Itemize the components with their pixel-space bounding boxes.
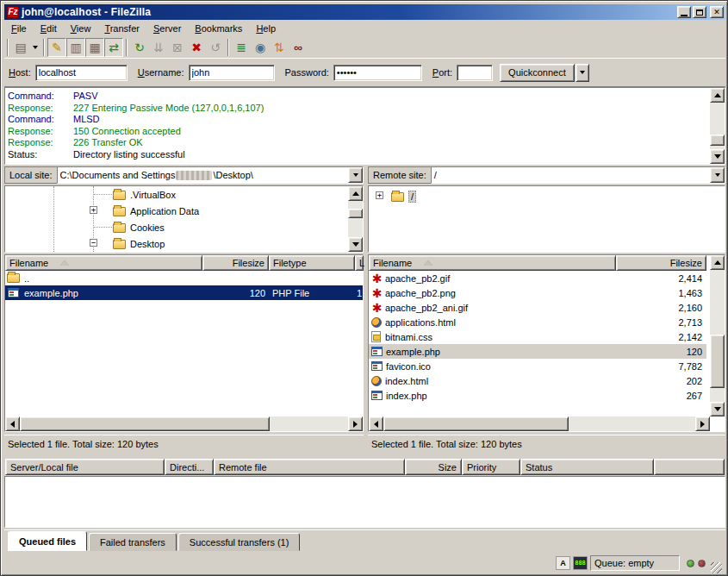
remote-site-label: Remote site: (368, 166, 431, 184)
log-scrollbar[interactable] (710, 88, 725, 164)
filter-button[interactable]: ≣ (232, 38, 251, 57)
message-log: Command:PASV Response:227 Entering Passi… (4, 87, 725, 165)
column-header-last-modified[interactable]: L (355, 255, 364, 271)
resize-grip[interactable] (711, 562, 722, 573)
file-row[interactable]: index.php 267 (369, 388, 706, 403)
find-button[interactable]: ∞ (289, 38, 308, 57)
file-row-example-php[interactable]: example.php 120 PHP File 1 (5, 285, 363, 300)
local-file-list: Filename Filesize Filetype L .. example.… (4, 254, 364, 432)
menu-bookmarks[interactable]: Bookmarks (188, 22, 249, 35)
column-header-empty[interactable] (654, 459, 725, 475)
site-manager-button[interactable]: ▤ (11, 38, 30, 57)
username-input[interactable] (189, 65, 275, 81)
queue-header: Server/Local file Directi... Remote file… (4, 458, 725, 476)
sync-browsing-button[interactable]: ⇅ (270, 38, 289, 57)
local-list-hscrollbar[interactable] (5, 416, 363, 431)
host-input[interactable] (35, 65, 128, 81)
cancel-operation-button[interactable]: ⊠ (168, 38, 187, 57)
compare-button[interactable]: ◉ (251, 38, 270, 57)
menu-edit[interactable]: Edit (34, 22, 64, 35)
column-header-priority[interactable]: Priority (462, 459, 520, 475)
column-header-filename[interactable]: Filename (369, 255, 616, 271)
scroll-left-button[interactable] (369, 416, 383, 431)
column-header-filetype[interactable]: Filetype (269, 255, 355, 271)
menu-transfer[interactable]: Transfer (97, 22, 146, 35)
scroll-right-button[interactable] (695, 416, 710, 431)
tab-queued-files[interactable]: Queued files (8, 531, 87, 551)
toggle-queue-button[interactable]: ⇄ (104, 38, 123, 57)
tab-failed-transfers[interactable]: Failed transfers (89, 533, 177, 551)
column-header-server-local-file[interactable]: Server/Local file (5, 459, 165, 475)
menu-help[interactable]: Help (249, 22, 283, 35)
local-tree-toggle-icon: ▥ (70, 41, 81, 54)
tree-item-desktop[interactable]: − Desktop (5, 235, 334, 252)
scrollbar-thumb[interactable] (348, 209, 363, 218)
toggle-local-tree-button[interactable]: ▥ (66, 38, 85, 57)
toggle-remote-tree-button[interactable]: ▦ (85, 38, 104, 57)
scroll-down-button[interactable] (710, 402, 725, 416)
scroll-down-button[interactable] (710, 149, 725, 164)
scrollbar-thumb[interactable] (20, 416, 270, 431)
remote-site-combobox[interactable]: / (431, 166, 725, 184)
local-tree-scrollbar[interactable] (348, 186, 363, 252)
scroll-up-button[interactable] (710, 255, 725, 270)
local-site-dropdown[interactable] (348, 167, 363, 183)
expand-icon[interactable]: + (90, 206, 97, 214)
column-header-remote-file[interactable]: Remote file (214, 459, 405, 475)
scrollbar-thumb[interactable] (710, 335, 725, 388)
scroll-down-button[interactable] (348, 237, 363, 252)
menu-view[interactable]: View (64, 22, 98, 35)
column-header-size[interactable]: Size (405, 459, 462, 475)
file-row[interactable]: favicon.ico 7,782 (369, 359, 706, 373)
menu-server[interactable]: Server (146, 22, 188, 35)
scroll-left-button[interactable] (5, 416, 20, 431)
scroll-up-button[interactable] (710, 88, 725, 103)
tree-item-cookies[interactable]: Cookies (5, 219, 334, 235)
menu-file[interactable]: File (4, 22, 34, 35)
tree-item-application-data[interactable]: + Application Data (5, 203, 334, 219)
file-row-example-php[interactable]: example.php 120 (369, 344, 706, 359)
disconnect-button[interactable]: ✖ (187, 38, 206, 57)
tree-item-virtualbox[interactable]: .VirtualBox (5, 186, 334, 203)
remote-list-scrollbar[interactable] (710, 255, 725, 416)
file-row[interactable]: ✱apache_pb2.png 1,463 (369, 285, 706, 300)
password-input[interactable] (333, 65, 422, 81)
process-queue-button[interactable]: ⇊ (149, 38, 168, 57)
local-site-combobox[interactable]: C:\Documents and Settings\Desktop\ (57, 166, 364, 184)
local-directory-tree: .VirtualBox + Application Data Cookies −… (4, 185, 364, 253)
refresh-button[interactable]: ↻ (130, 38, 149, 57)
file-row[interactable]: applications.html 2,713 (369, 315, 706, 329)
scroll-up-button[interactable] (348, 186, 363, 201)
file-row[interactable]: index.html 202 (369, 373, 706, 388)
column-header-filesize[interactable]: Filesize (202, 255, 269, 271)
column-header-filename[interactable]: Filename (5, 255, 202, 271)
file-row[interactable]: ✱apache_pb2.gif 2,414 (369, 271, 706, 285)
tree-item-root[interactable]: + / (369, 188, 713, 204)
sort-ascending-icon (424, 260, 432, 266)
maximize-button[interactable] (693, 6, 706, 18)
site-manager-dropdown[interactable] (30, 38, 40, 57)
file-row[interactable]: bitnami.css 2,142 (369, 329, 706, 344)
scrollbar-thumb[interactable] (710, 135, 725, 146)
tab-successful-transfers[interactable]: Successful transfers (1) (178, 533, 301, 551)
remote-list-hscrollbar[interactable] (369, 416, 710, 431)
column-header-filesize[interactable]: Filesize (616, 255, 706, 271)
minimize-button[interactable] (677, 6, 691, 18)
scrollbar-thumb[interactable] (383, 416, 569, 431)
port-input[interactable] (457, 65, 493, 81)
titlebar[interactable]: Fz john@localhost - FileZilla ✕ (4, 4, 725, 20)
column-header-status[interactable]: Status (520, 459, 654, 475)
column-header-direction[interactable]: Directi... (165, 459, 214, 475)
expand-icon[interactable]: + (376, 191, 383, 199)
collapse-icon[interactable]: − (90, 239, 97, 247)
quickconnect-dropdown[interactable] (576, 64, 589, 82)
quickconnect-button[interactable]: Quickconnect (500, 64, 575, 82)
file-row-parent-dir[interactable]: .. (5, 271, 363, 285)
remote-site-dropdown[interactable] (710, 167, 725, 183)
toggle-log-button[interactable]: ✎ (47, 38, 66, 57)
close-button[interactable]: ✕ (710, 6, 724, 18)
log-line: Response:227 Entering Passive Mode (127,… (5, 103, 725, 115)
reconnect-button[interactable]: ↺ (206, 38, 225, 57)
file-row[interactable]: ✱apache_pb2_ani.gif 2,160 (369, 300, 706, 315)
scroll-right-button[interactable] (348, 416, 363, 431)
